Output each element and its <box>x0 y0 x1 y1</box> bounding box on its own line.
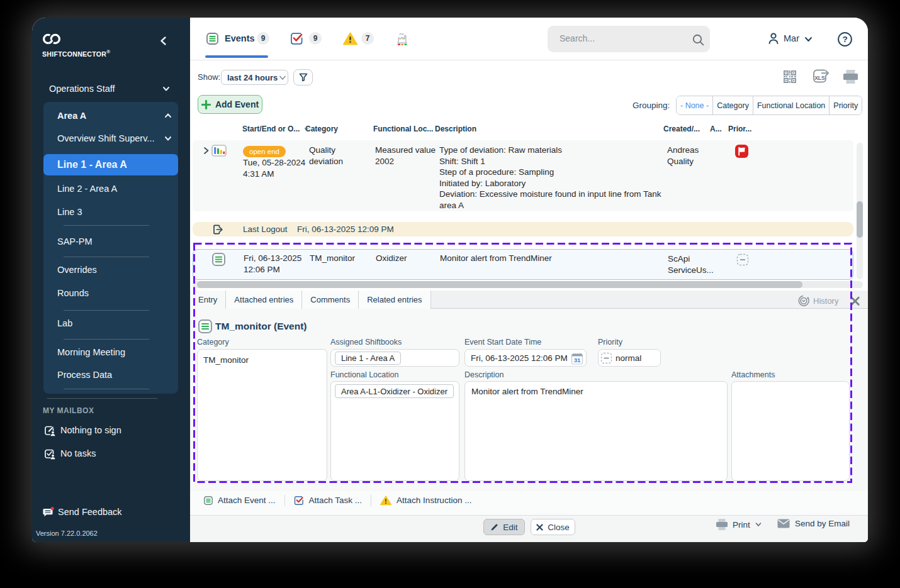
sidebar-item-line1-area-a-selected[interactable]: Line 1 - Area A <box>43 154 178 175</box>
sidebar-item-operations-staff[interactable]: Operations Staff <box>32 77 190 100</box>
sidebar-item-process-data[interactable]: Process Data <box>43 363 178 386</box>
column-header-attachments[interactable]: A... <box>710 125 722 133</box>
column-header-start-end[interactable]: Start/End or O... <box>242 125 310 133</box>
chevron-up-icon <box>164 111 172 120</box>
events-count-badge: 9 <box>257 32 269 45</box>
sidebar-item-nothing-to-sign[interactable]: Nothing to sign <box>32 419 190 441</box>
chevron-down-icon <box>162 84 171 93</box>
print-label: Print <box>733 520 750 530</box>
vertical-scrollbar-thumb[interactable] <box>857 201 863 238</box>
tab-comments[interactable]: Comments <box>302 291 359 309</box>
sidebar-item-overrides[interactable]: Overrides <box>43 258 178 281</box>
expand-chevron-icon[interactable] <box>202 147 210 155</box>
add-event-button[interactable]: Add Event <box>198 95 262 114</box>
functional-location-field[interactable]: Area A-L1-Oxidizer - Oxidizer <box>330 381 459 481</box>
sidebar-item-no-tasks[interactable]: No tasks <box>32 442 190 465</box>
search-icon[interactable] <box>691 33 706 47</box>
table-row-quality-deviation[interactable]: open end Tue, 05-28-20244:31 AM Qualityd… <box>193 140 853 211</box>
instructions-count-badge: 7 <box>361 32 374 45</box>
sidebar-item-area-a[interactable]: Area A <box>43 104 178 127</box>
grouping-option-category[interactable]: Category <box>713 96 753 114</box>
table-row-tm-monitor-selected[interactable]: Fri, 06-13-202512:06 PM TM_monitor Oxidi… <box>193 249 853 280</box>
time-range-value: last 24 hours <box>227 73 278 82</box>
user-menu[interactable] <box>766 31 781 48</box>
attach-task-button[interactable]: Attach Task ... <box>285 496 371 506</box>
category-field[interactable]: TM_monitor <box>197 349 327 481</box>
search-input[interactable]: Search... <box>548 26 710 52</box>
cell-logout-label: Last Logout <box>243 224 288 235</box>
calendar-icon[interactable]: 31 <box>570 352 584 368</box>
assigned-shiftbooks-field[interactable]: Line 1 - Area A <box>330 349 459 367</box>
filter-button[interactable] <box>293 69 313 86</box>
sidebar-item-line2-area-a[interactable]: Line 2 - Area A <box>43 177 178 200</box>
priority-value: normal <box>616 353 660 363</box>
tab-plant[interactable] <box>397 33 409 48</box>
functional-location-chip[interactable]: Area A-L1-Oxidizer - Oxidizer <box>335 384 454 398</box>
column-header-functional-location[interactable]: Functional Loc... <box>373 125 433 133</box>
sidebar-item-send-feedback[interactable]: Send Feedback <box>32 501 190 523</box>
send-by-email-button[interactable]: Send by Email <box>777 519 850 528</box>
field-label-event-start: Event Start Date Time <box>464 338 541 347</box>
sidebar-item-morning-meeting[interactable]: Morning Meeting <box>43 341 178 363</box>
sidebar-item-label: Line 3 <box>57 207 82 217</box>
chevron-down-icon <box>755 521 762 528</box>
tab-tasks[interactable] <box>290 32 303 48</box>
export-xls-button[interactable]: XLS <box>812 68 831 88</box>
close-button[interactable]: Close <box>531 519 575 535</box>
sidebar-item-rounds[interactable]: Rounds <box>43 282 178 304</box>
tab-related-entries[interactable]: Related entries <box>359 291 430 309</box>
tab-events-label[interactable]: Events <box>225 33 255 43</box>
cell-created-by: AndreasQuality <box>667 145 699 167</box>
tab-instructions[interactable] <box>343 32 357 48</box>
shiftbook-chip[interactable]: Line 1 - Area A <box>335 352 401 365</box>
attach-instruction-button[interactable]: Attach Instruction ... <box>371 496 480 506</box>
print-button[interactable]: Print <box>716 519 762 530</box>
qr-code-button[interactable] <box>782 69 797 87</box>
attach-event-label: Attach Event ... <box>218 496 276 505</box>
help-button[interactable]: ? <box>837 31 853 50</box>
plus-icon <box>201 100 211 109</box>
warning-triangle-icon <box>380 496 391 506</box>
filter-funnel-icon <box>298 72 308 82</box>
sidebar-item-label: Lab <box>57 318 72 328</box>
event-start-field[interactable]: Fri, 06-13-2025 12:06 PM 31 <box>464 349 587 367</box>
tab-entry[interactable]: Entry <box>190 291 226 309</box>
chevron-down-icon[interactable] <box>804 35 813 43</box>
priority-field[interactable]: normal <box>598 349 661 367</box>
sidebar-item-lab[interactable]: Lab <box>43 312 178 335</box>
mailbox-heading: MY MAILBOX <box>43 406 94 415</box>
time-range-select[interactable]: last 24 hours <box>221 70 288 85</box>
tab-attached-entries[interactable]: Attached entries <box>226 291 302 309</box>
sidebar-item-sap-pm[interactable]: SAP-PM <box>43 230 178 253</box>
attachments-field[interactable] <box>731 381 850 481</box>
column-header-description[interactable]: Description <box>435 125 476 133</box>
print-list-button[interactable] <box>843 70 858 86</box>
app-window: SHIFTCONNECTOR® Operations Staff Area A … <box>32 18 868 542</box>
grouping-label: Grouping: <box>633 101 670 110</box>
grouping-option-functional-location[interactable]: Functional Location <box>753 96 830 114</box>
vertical-scrollbar[interactable] <box>857 143 863 279</box>
edit-button[interactable]: Edit <box>483 519 525 535</box>
attach-event-button[interactable]: Attach Event ... <box>190 496 284 505</box>
description-field[interactable]: Monitor alert from TrendMiner <box>464 381 728 481</box>
sidebar-collapse-button[interactable] <box>157 35 170 47</box>
sidebar-item-label: Operations Staff <box>49 84 115 94</box>
sidebar-item-label: Nothing to sign <box>60 425 121 435</box>
horizontal-scrollbar-thumb[interactable] <box>197 281 802 288</box>
user-name[interactable]: Mar <box>784 33 799 43</box>
cell-category: Qualitydeviation <box>309 145 343 167</box>
active-tab-underline <box>205 55 268 58</box>
grouping-option-none[interactable]: - None - <box>677 96 713 114</box>
no-attachment-icon <box>736 253 749 269</box>
horizontal-scrollbar[interactable] <box>193 281 863 288</box>
tab-events[interactable] <box>206 33 218 47</box>
column-header-category[interactable]: Category <box>305 125 338 133</box>
table-row-last-logout[interactable]: Last Logout Fri, 06-13-2025 12:09 PM <box>193 222 853 236</box>
grouping-option-priority[interactable]: Priority <box>830 96 862 114</box>
column-header-created[interactable]: Created/... <box>663 125 700 133</box>
column-header-priority[interactable]: Prior... <box>728 125 751 133</box>
close-detail-button[interactable] <box>850 296 860 309</box>
sidebar-item-line3[interactable]: Line 3 <box>43 201 178 223</box>
history-button[interactable]: History <box>798 295 838 306</box>
sidebar-item-overview-shift-supervisor[interactable]: Overview Shift Superv... <box>43 127 178 150</box>
